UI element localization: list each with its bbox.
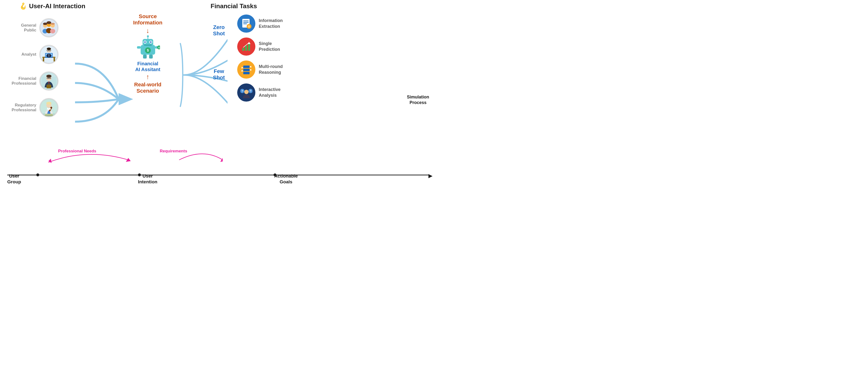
- svg-point-9: [51, 23, 55, 25]
- user-label-general-public: General Public: [7, 23, 36, 33]
- svg-point-53: [150, 41, 152, 43]
- right-title-text: Financial Tasks: [211, 2, 257, 10]
- svg-marker-81: [126, 158, 131, 162]
- source-info-label: Source Information: [133, 13, 162, 26]
- user-label-regulatory-professional: Regulatory Professional: [7, 103, 36, 112]
- svg-text:?: ?: [250, 90, 251, 93]
- tasks-column: ⚙ Information Extraction Single Predicti…: [237, 14, 283, 102]
- svg-rect-64: [243, 21, 249, 21]
- task-icon-single-prediction: [237, 37, 255, 56]
- single-prediction-icon: [240, 41, 252, 53]
- svg-rect-65: [243, 22, 249, 23]
- svg-text:$: $: [158, 46, 159, 49]
- left-title: 🪝 User-AI Interaction: [19, 2, 86, 10]
- task-icon-information-extraction: ⚙: [237, 14, 255, 33]
- professional-needs-label: Professional Needs: [58, 149, 96, 153]
- task-label-interactive-analysis: Interactive Analysis: [259, 87, 281, 98]
- user-avatar-regulatory-professional: [39, 98, 59, 117]
- user-label-analyst: Analyst: [7, 52, 36, 57]
- svg-rect-44: [45, 114, 53, 115]
- task-item-information-extraction: ⚙ Information Extraction: [237, 14, 283, 33]
- user-avatar-analyst: [39, 45, 59, 64]
- svg-point-49: [147, 35, 149, 37]
- right-title: Financial Tasks: [211, 2, 257, 10]
- svg-text:?: ?: [241, 90, 243, 93]
- shot-labels-container: Zero Shot Few Shot: [213, 24, 225, 81]
- financial-ai-label: Financial AI Assitant: [135, 61, 160, 72]
- real-world-arrow-icon: ↑: [146, 73, 150, 80]
- svg-rect-75: [243, 72, 250, 74]
- interactive-analysis-icon: ? ?: [240, 87, 252, 99]
- svg-rect-74: [243, 69, 250, 71]
- task-item-multi-round-reasoning: Multi-round Reasoning: [237, 61, 283, 79]
- svg-marker-45: [119, 93, 133, 105]
- svg-point-76: [244, 90, 249, 94]
- timeline-label-user-intention: User Intention: [138, 173, 157, 185]
- user-item-analyst: Analyst: [7, 45, 59, 64]
- task-icon-interactive-analysis: ? ?: [237, 83, 255, 102]
- user-avatar-financial-professional: [39, 71, 59, 91]
- few-shot-label: Few Shot: [213, 68, 225, 81]
- information-extraction-icon: ⚙: [240, 18, 252, 30]
- svg-point-30: [46, 75, 51, 78]
- real-world-label: Real-world Scenario: [134, 81, 161, 94]
- timeline-label-user-group: User Group: [7, 173, 21, 185]
- regulatory-professional-icon: [40, 98, 58, 117]
- task-label-multi-round-reasoning: Multi-round Reasoning: [259, 64, 283, 75]
- timeline-label-actionable-goals: Actionable Goals: [274, 173, 298, 185]
- simulation-process-label: Simulation Process: [407, 94, 429, 106]
- timeline-labels: User Group User Intention Actionable Goa…: [7, 173, 429, 185]
- svg-rect-70: [245, 45, 247, 51]
- hook-icon: 🪝: [19, 2, 27, 10]
- convergence-arrow: [75, 53, 133, 146]
- svg-rect-66: [243, 24, 247, 24]
- main-container: 🪝 User-AI Interaction Financial Tasks Ge…: [0, 0, 434, 190]
- pink-arrows-svg: [24, 141, 223, 170]
- user-group-column: General Public: [7, 18, 59, 117]
- svg-rect-71: [248, 43, 250, 51]
- financial-professional-icon: [40, 72, 58, 90]
- svg-point-52: [144, 41, 146, 43]
- task-item-interactive-analysis: ? ? Interactive Analysis: [237, 83, 283, 102]
- user-label-financial-professional: Financial Professional: [7, 76, 36, 86]
- svg-text:$: $: [147, 48, 149, 52]
- task-label-single-prediction: Single Prediction: [259, 41, 280, 52]
- general-public-icon: [40, 19, 58, 37]
- svg-rect-54: [144, 44, 152, 46]
- svg-rect-69: [242, 48, 244, 51]
- svg-point-7: [46, 21, 51, 24]
- analyst-icon: [40, 45, 58, 64]
- robot-icon: $ $: [136, 35, 160, 60]
- svg-marker-72: [248, 42, 250, 44]
- user-item-regulatory-professional: Regulatory Professional: [7, 98, 59, 117]
- left-title-text: User-AI Interaction: [29, 2, 86, 10]
- svg-point-42: [46, 102, 51, 105]
- multi-round-reasoning-icon: [240, 64, 252, 76]
- center-section: Source Information ↓ $ $: [133, 13, 162, 94]
- svg-rect-57: [137, 46, 141, 48]
- requirements-label: Requirements: [160, 149, 187, 153]
- task-label-information-extraction: Information Extraction: [259, 18, 283, 29]
- svg-rect-62: [149, 55, 153, 59]
- svg-rect-73: [243, 66, 250, 68]
- svg-point-8: [43, 23, 48, 25]
- source-arrow-icon: ↓: [146, 27, 150, 34]
- svg-rect-61: [143, 55, 147, 59]
- user-item-general-public: General Public: [7, 18, 59, 37]
- svg-rect-13: [54, 58, 55, 62]
- task-item-single-prediction: Single Prediction: [237, 37, 283, 56]
- zero-shot-label: Zero Shot: [213, 24, 225, 37]
- task-icon-multi-round-reasoning: [237, 61, 255, 79]
- user-avatar-general-public: [39, 18, 59, 37]
- user-item-financial-professional: Financial Professional: [7, 71, 59, 91]
- convergence-arrow-svg: [75, 53, 133, 145]
- svg-text:⚙: ⚙: [248, 25, 250, 28]
- svg-rect-12: [43, 58, 44, 62]
- svg-point-24: [47, 48, 51, 50]
- svg-point-6: [50, 29, 55, 33]
- pink-arrows: [24, 141, 223, 171]
